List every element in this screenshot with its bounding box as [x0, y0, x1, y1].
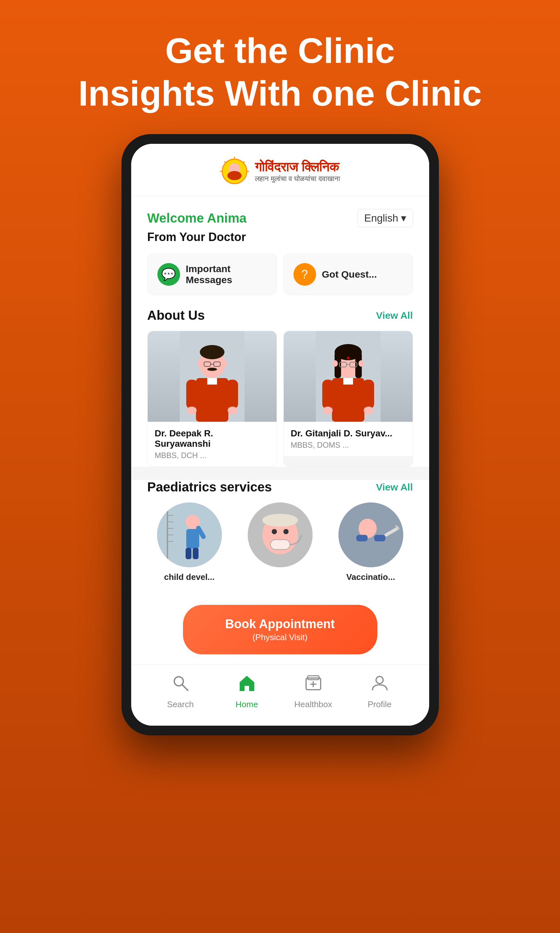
- doctors-row: Dr. Deepak R. Suryawanshi MBBS, DCH ...: [148, 331, 413, 467]
- svg-rect-34: [322, 380, 334, 409]
- child-growth-icon: [157, 502, 222, 567]
- about-us-view-all[interactable]: View All: [376, 310, 412, 321]
- svg-rect-14: [186, 380, 198, 409]
- doctor-name-2: Dr. Gitanjali D. Suryav...: [291, 428, 406, 439]
- service-item-3[interactable]: Vaccinatio...: [329, 502, 413, 582]
- book-btn-sub-text: (Physical Visit): [209, 632, 351, 643]
- doctor-name-1: Dr. Deepak R. Suryawanshi: [155, 428, 269, 449]
- svg-rect-50: [193, 548, 198, 559]
- important-messages-label: Important Messages: [186, 263, 267, 285]
- svg-point-39: [358, 360, 364, 367]
- svg-point-16: [187, 406, 197, 414]
- svg-point-2: [228, 171, 242, 180]
- svg-rect-61: [374, 535, 385, 541]
- doctor-info-2: Dr. Gitanjali D. Suryav... MBBS, DOMS ..…: [284, 422, 412, 456]
- service-label-1: child devel...: [164, 572, 214, 582]
- language-selector[interactable]: English ▾: [358, 209, 413, 227]
- svg-point-71: [376, 676, 383, 684]
- doctor-quals-2: MBBS, DOMS ...: [291, 440, 406, 450]
- doctor-card-1[interactable]: Dr. Deepak R. Suryawanshi MBBS, DCH ...: [148, 331, 277, 467]
- svg-point-31: [347, 357, 349, 359]
- doctor-photo-2: [284, 331, 412, 422]
- phone-mockup: गोविंदराज क्लिनिक लहान मुलांचा व घोळयांच…: [122, 134, 439, 735]
- got-questions-label: Got Quest...: [322, 269, 377, 280]
- svg-rect-48: [186, 529, 199, 548]
- services-row: child devel...: [148, 502, 413, 582]
- about-us-header: About Us View All: [148, 308, 413, 323]
- bottom-navigation: Search Home: [131, 664, 429, 726]
- service-label-3: Vaccinatio...: [346, 572, 395, 582]
- svg-point-18: [197, 360, 202, 367]
- doctor-info-1: Dr. Deepak R. Suryawanshi MBBS, DCH ...: [148, 422, 277, 466]
- svg-point-54: [272, 529, 277, 534]
- paed-header: Paediatrics services View All: [148, 480, 413, 494]
- paed-view-all[interactable]: View All: [376, 482, 412, 493]
- app-main-content: Welcome Anima English ▾ From Your Doctor…: [131, 196, 429, 467]
- svg-rect-33: [343, 378, 353, 385]
- message-cards-row: 💬 Important Messages ? Got Quest...: [148, 254, 413, 295]
- about-us-title: About Us: [148, 308, 205, 323]
- book-appointment-container: Book Appointment (Physical Visit): [131, 595, 429, 664]
- service-image-2: [248, 502, 312, 567]
- home-nav-icon: [238, 674, 256, 696]
- welcome-text: Welcome Anima: [148, 211, 247, 225]
- book-appointment-button[interactable]: Book Appointment (Physical Visit): [183, 605, 377, 654]
- clinic-logo: गोविंदराज क्लिनिक लहान मुलांचा व घोळयांच…: [220, 157, 340, 186]
- nav-home[interactable]: Home: [214, 674, 280, 710]
- chevron-down-icon: ▾: [401, 212, 406, 224]
- paed-title: Paediatrics services: [148, 480, 272, 494]
- clinic-subtitle: लहान मुलांचा व घोळयांचा दवाखाना: [255, 175, 340, 183]
- healthbox-nav-icon: [305, 674, 322, 696]
- hero-title-line2: Insights With one Clinic: [78, 72, 482, 115]
- search-nav-label: Search: [167, 699, 194, 710]
- hero-title-line1: Get the Clinic: [78, 29, 482, 72]
- clinic-logo-icon: [220, 157, 249, 186]
- profile-nav-icon: [371, 674, 389, 696]
- svg-point-10: [200, 345, 225, 359]
- doctor-female-silhouette: [284, 331, 412, 422]
- doctor-quals-1: MBBS, DCH ...: [155, 451, 269, 460]
- service-item-2[interactable]: [238, 502, 322, 582]
- important-messages-icon: 💬: [157, 263, 180, 286]
- svg-rect-49: [186, 548, 191, 559]
- book-btn-main-text: Book Appointment: [225, 617, 335, 631]
- svg-rect-32: [332, 378, 365, 422]
- svg-line-6: [225, 161, 226, 163]
- doctor-card-2[interactable]: Dr. Gitanjali D. Suryav... MBBS, DOMS ..…: [283, 331, 413, 467]
- nav-healthbox[interactable]: Healthbox: [280, 674, 346, 710]
- home-icon: [238, 674, 256, 692]
- svg-point-37: [364, 406, 374, 414]
- svg-point-17: [228, 406, 237, 414]
- svg-point-19: [222, 360, 227, 367]
- nav-search[interactable]: Search: [148, 674, 214, 710]
- service-image-3: [338, 502, 403, 567]
- newborn-icon: [248, 502, 312, 567]
- language-label: English: [365, 212, 398, 224]
- svg-rect-12: [196, 378, 228, 422]
- doctor-photo-1: [148, 331, 277, 422]
- svg-line-4: [243, 161, 245, 163]
- service-item-1[interactable]: child devel...: [148, 502, 232, 582]
- from-doctor-text: From Your Doctor: [148, 230, 413, 244]
- nav-profile[interactable]: Profile: [346, 674, 413, 710]
- welcome-row: Welcome Anima English ▾: [148, 209, 413, 227]
- healthbox-nav-label: Healthbox: [294, 699, 332, 710]
- got-questions-icon: ?: [294, 263, 316, 286]
- search-nav-icon: [172, 674, 189, 696]
- important-messages-card[interactable]: 💬 Important Messages: [148, 254, 277, 295]
- clinic-name-container: गोविंदराज क्लिनिक लहान मुलांचा व घोळयांच…: [255, 160, 340, 183]
- search-icon: [172, 674, 189, 692]
- svg-rect-15: [227, 380, 238, 409]
- svg-point-38: [332, 360, 338, 367]
- svg-rect-56: [271, 540, 290, 550]
- profile-nav-label: Profile: [368, 699, 392, 710]
- hero-section: Get the Clinic Insights With one Clinic: [78, 29, 482, 115]
- svg-point-57: [262, 514, 298, 527]
- phone-screen: गोविंदराज क्लिनिक लहान मुलांचा व घोळयांच…: [131, 144, 429, 726]
- got-questions-card[interactable]: ? Got Quest...: [283, 254, 413, 295]
- profile-icon: [371, 674, 389, 692]
- svg-point-36: [323, 406, 332, 414]
- svg-line-65: [182, 685, 188, 690]
- svg-rect-35: [363, 380, 374, 409]
- svg-point-11: [207, 368, 217, 371]
